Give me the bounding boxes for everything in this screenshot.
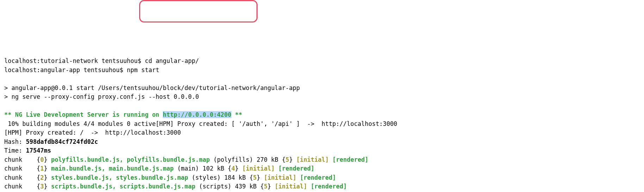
chunk-line: chunk {2} styles.bundle.js, styles.bundl… bbox=[4, 174, 336, 181]
terminal-output[interactable]: localhost:tutorial-network tentsuuhou$ c… bbox=[4, 57, 640, 192]
server-running-message-end: ** bbox=[231, 111, 242, 118]
chunk-line: chunk {3} scripts.bundle.js, scripts.bun… bbox=[4, 183, 347, 190]
chunk-line: chunk {0} polyfills.bundle.js, polyfills… bbox=[4, 156, 369, 163]
server-running-message: ** NG Live Development Server is running… bbox=[4, 111, 163, 118]
time-value: 17547ms bbox=[26, 147, 51, 154]
chunk-line: chunk {1} main.bundle.js, main.bundle.js… bbox=[4, 165, 314, 172]
server-url[interactable]: http://0.0.0.0:4200 bbox=[163, 111, 231, 118]
shell-command: npm start bbox=[127, 66, 159, 73]
output-line: > ng serve --proxy-config proxy.conf.js … bbox=[4, 93, 199, 100]
time-label: Time: bbox=[4, 147, 26, 154]
output-line: [HPM] Proxy created: / -> http://localho… bbox=[4, 129, 181, 136]
shell-prompt: localhost:tutorial-network tentsuuhou$ bbox=[4, 57, 145, 64]
hash-value: 598dafdb84cf724fd02c bbox=[26, 138, 98, 145]
hash-label: Hash: bbox=[4, 138, 26, 145]
annotation-highlight-box bbox=[139, 0, 258, 23]
shell-command: cd angular-app/ bbox=[145, 57, 199, 64]
shell-prompt: localhost:angular-app tentsuuhou$ bbox=[4, 66, 127, 73]
output-line: > angular-app@0.0.1 start /Users/tentsuu… bbox=[4, 84, 300, 91]
output-line: 10% building modules 4/4 modules 0 activ… bbox=[4, 120, 397, 127]
